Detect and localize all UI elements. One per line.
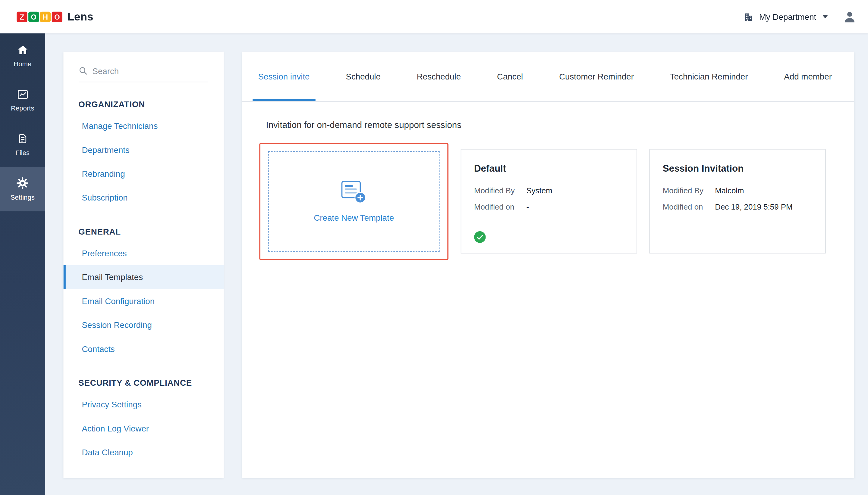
zoho-logo: Z O H O [17,12,62,22]
tab-add-member[interactable]: Add member [779,52,837,101]
zoho-lens-logo: Z O H O Lens [17,10,93,23]
section-title-general: GENERAL [78,227,224,236]
section-title-organization: ORGANIZATION [78,99,224,109]
template-name: Default [474,164,624,175]
sidebar-item-files[interactable]: Files [0,122,45,167]
sidebar-item-data-cleanup[interactable]: Data Cleanup [63,440,224,464]
modified-by-label: Modified By [474,186,522,195]
search-input[interactable] [92,66,208,75]
sidebar-item-preferences[interactable]: Preferences [63,241,224,265]
new-template-icon [341,181,367,204]
top-bar: Z O H O Lens [0,0,868,33]
search-box[interactable] [79,66,208,83]
sidebar-item-departments[interactable]: Departments [63,138,224,162]
gear-icon [16,177,29,189]
product-name: Lens [67,10,93,23]
sidebar-item-settings[interactable]: Settings [0,167,45,211]
topbar-right: My Department [743,9,857,24]
modified-by-label: Modified By [663,186,711,195]
sidebar-item-label: Settings [11,193,35,201]
chevron-down-icon [822,15,828,18]
app-viewport: Z O H O Lens [0,0,868,495]
section-title-security-compliance: SECURITY & COMPLIANCE [78,378,224,387]
templates-row: Create New Template Default Modified By … [259,143,837,260]
modified-by-value: Malcolm [715,186,744,195]
department-label: My Department [759,12,816,21]
sidebar-item-privacy-settings[interactable]: Privacy Settings [63,392,224,416]
section-subtitle: Invitation for on-demand remote support … [266,120,837,130]
home-icon [16,44,29,56]
modified-on-label: Modified on [663,202,711,211]
sidebar-item-label: Reports [11,104,34,112]
logo-letter: O [52,12,62,22]
app-body: Home Reports [0,33,868,495]
left-nav-rail: Home Reports [0,33,45,495]
template-tabs: Session invite Schedule Reschedule Cance… [242,52,854,102]
tab-schedule[interactable]: Schedule [340,52,386,101]
create-new-template-button[interactable]: Create New Template [268,151,440,252]
settings-nav-panel: ORGANIZATION Manage Technicians Departme… [63,52,224,478]
logo-letter: Z [17,12,27,22]
user-avatar[interactable] [842,9,857,24]
logo-letter: H [40,12,51,22]
create-new-template-label: Create New Template [314,213,394,222]
tab-panel-session-invite: Invitation for on-demand remote support … [242,102,854,260]
modified-on-row: Modified on Dec 19, 2019 5:59 PM [663,202,813,211]
create-template-highlight: Create New Template [259,143,448,260]
files-icon [16,133,29,145]
main-area: ORGANIZATION Manage Technicians Departme… [45,33,868,495]
sidebar-item-session-recording[interactable]: Session Recording [63,313,224,337]
sidebar-item-home[interactable]: Home [0,33,45,78]
default-check-icon [474,231,486,243]
tab-customer-reminder[interactable]: Customer Reminder [554,52,640,101]
modified-on-value: - [526,202,529,211]
tab-technician-reminder[interactable]: Technician Reminder [664,52,753,101]
sidebar-item-manage-technicians[interactable]: Manage Technicians [63,114,224,138]
email-templates-content: Session invite Schedule Reschedule Cance… [242,52,854,478]
modified-by-row: Modified By Malcolm [663,186,813,195]
template-card-session-invitation[interactable]: Session Invitation Modified By Malcolm M… [649,149,825,254]
sidebar-item-label: Home [14,59,31,67]
sidebar-item-contacts[interactable]: Contacts [63,337,224,361]
template-name: Session Invitation [663,164,813,175]
tab-reschedule[interactable]: Reschedule [411,52,466,101]
sidebar-item-rebranding[interactable]: Rebranding [63,162,224,186]
logo-letter: O [28,12,39,22]
modified-on-value: Dec 19, 2019 5:59 PM [715,202,792,211]
modified-by-value: System [526,186,552,195]
search-icon [79,67,87,75]
building-icon [743,12,754,22]
sidebar-item-email-configuration[interactable]: Email Configuration [63,289,224,313]
tab-session-invite[interactable]: Session invite [252,52,315,101]
modified-by-row: Modified By System [474,186,624,195]
modified-on-label: Modified on [474,202,522,211]
tab-cancel[interactable]: Cancel [492,52,529,101]
department-selector[interactable]: My Department [743,12,828,22]
modified-on-row: Modified on - [474,202,624,211]
sidebar-item-subscription[interactable]: Subscription [63,186,224,209]
sidebar-item-action-log-viewer[interactable]: Action Log Viewer [63,416,224,440]
template-card-default[interactable]: Default Modified By System Modified on - [461,149,637,254]
reports-icon [16,88,29,101]
sidebar-item-reports[interactable]: Reports [0,78,45,122]
sidebar-item-label: Files [15,149,30,157]
sidebar-item-email-templates[interactable]: Email Templates [63,265,224,289]
